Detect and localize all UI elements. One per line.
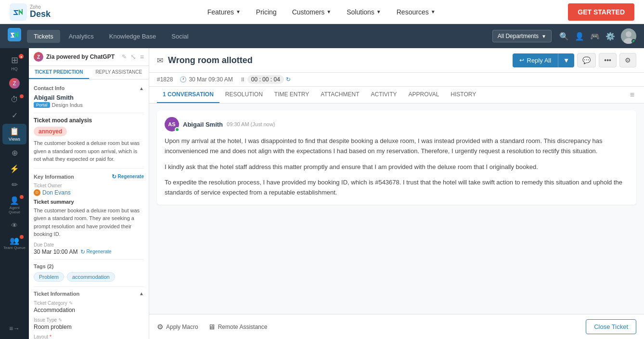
sidebar-item-check[interactable]: ✓ [2,108,26,123]
timer-refresh-icon[interactable]: ↻ [286,76,291,83]
sidebar-item-zia[interactable]: Z [2,75,26,91]
svg-point-3 [626,31,631,37]
due-date-label: Due Date [34,242,144,248]
ticket-info-chevron: ▲ [139,291,144,296]
sidebar-item-history[interactable]: ⏱ [2,92,26,107]
nav-item-solutions[interactable]: Solutions ▼ [340,4,388,20]
hq-icon: ⊞ [11,55,18,65]
zia-expand-icon[interactable]: ⤡ [130,53,136,61]
ticket-header: ✉ Wrong room allotted ↩ Reply All ▼ 💬 ••… [149,48,644,73]
message-body: Upon my arrival at the hotel, I was disa… [165,136,629,198]
ticket-summary-section: Ticket summary The customer booked a del… [34,199,144,238]
logo[interactable]: Zoho Desk [10,3,51,21]
email-icon: ✉ [157,56,163,65]
edit-issue-icon[interactable]: ✎ [58,317,62,323]
sidebar-item-team-queue[interactable]: 👥 Team Queue [2,233,26,253]
tab-conversation[interactable]: 1 CONVERSATION [157,87,219,103]
ticket-owner-value: D Don Evans [34,189,144,196]
regenerate-key-btn[interactable]: ↻ Regenerate [112,173,144,180]
history-icon: ⏱ [11,95,18,104]
ticket-info-header[interactable]: Ticket Information ▲ [34,291,144,297]
zia-tabs: TICKET PREDICTION REPLY ASSISTANCE [29,66,149,79]
main-layout: ⊞ HQ ● Z ⏱ ✓ 📋 Views ⊕ ⚡ ✏ 👤 Ag [0,48,644,339]
chat-action-button[interactable]: 💬 [577,53,596,67]
share-icon: ⊕ [12,148,18,157]
zia-tab-reply[interactable]: REPLY ASSISTANCE [89,66,149,79]
sidebar-item-share[interactable]: ⊕ [2,145,26,160]
tab-time-entry[interactable]: TIME ENTRY [269,87,315,103]
app-header: Tickets Analytics Knowledge Base Social … [0,24,644,48]
app-nav-social[interactable]: Social [165,30,195,43]
sidebar-item-magic[interactable]: ⚡ [2,161,26,176]
app-nav-analytics[interactable]: Analytics [62,30,101,43]
sidebar-item-hq[interactable]: ⊞ HQ ● [2,52,26,74]
hq-badge: ● [19,54,24,59]
tab-approval[interactable]: APPROVAL [403,87,445,103]
sidebar-item-views[interactable]: 📋 Views [2,124,26,144]
regenerate-due-btn[interactable]: ↻ Regenerate [80,248,111,255]
message-area: AS Abigail Smith 09:30 AM (Just now) Upo… [149,104,644,314]
sidebar-item-eye[interactable]: 👁 [2,219,26,232]
views-label: Views [9,137,20,142]
dept-selector[interactable]: All Departments ▼ [492,30,552,42]
zia-tab-prediction[interactable]: TICKET PREDICTION [29,66,89,79]
nav-item-pricing[interactable]: Pricing [249,4,283,20]
sidebar-item-pencil[interactable]: ✏ [2,177,26,192]
nav-item-features[interactable]: Features ▼ [201,4,247,20]
tabs-more-icon[interactable]: ≡ [628,89,636,101]
logo-sub: Desk [30,10,51,19]
mood-description: The customer booked a deluxe room but wa… [34,139,144,163]
tab-resolution[interactable]: RESOLUTION [219,87,269,103]
reply-dropdown-button[interactable]: ▼ [558,53,574,67]
issue-type-label: Issue Type ✎ [34,317,144,323]
message-time: 09:30 AM (Just now) [227,121,275,127]
tab-history[interactable]: HISTORY [445,87,482,103]
ticket-bottom-bar: ⚙ Apply Macro 🖥 Remote Assistance Close … [149,314,644,339]
contact-name: Abigail Smith [34,94,144,101]
agent-label: Agent Queue [3,206,26,215]
team-label: Team Queue [3,246,26,250]
ticket-owner-label: Ticket Owner [34,183,144,188]
app-nav-tickets[interactable]: Tickets [27,30,60,43]
nav-item-resources[interactable]: Resources ▼ [390,4,442,20]
calendar-icon: 🕐 [180,76,187,83]
search-icon[interactable]: 🔍 [559,32,569,41]
top-nav-items: Features ▼ Pricing Customers ▼ Solutions… [75,4,568,20]
tab-attachment[interactable]: ATTACHMENT [315,87,365,103]
message-card: AS Abigail Smith 09:30 AM (Just now) Upo… [157,110,636,205]
apply-macro-button[interactable]: ⚙ Apply Macro [157,323,198,331]
contacts-icon[interactable]: 👤 [575,32,584,41]
reply-all-button[interactable]: ↩ Reply All [513,53,558,67]
contact-info-header[interactable]: Contact Info ▲ [34,84,144,94]
user-avatar[interactable] [621,28,636,44]
team-icon: 👥 [10,236,19,245]
edit-category-icon[interactable]: ✎ [69,300,73,306]
header-icons: 🔍 👤 🎮 ⚙️ [559,28,636,44]
ticket-timer: 00 : 00 : 04 [247,75,284,84]
sidebar-item-agent-queue[interactable]: 👤 Agent Queue [2,193,26,218]
key-info-section: Key Information ↻ Regenerate Ticket Owne… [34,172,144,260]
sidebar-item-collapse[interactable]: ≡→ [2,322,26,335]
zia-menu-icon[interactable]: ≡ [140,53,144,61]
contact-org-tag: Portal [34,102,50,108]
layout-label: Layout * [34,334,144,339]
remote-assistance-button[interactable]: 🖥 Remote Assistance [208,323,268,331]
zia-edit-icon[interactable]: ✎ [122,53,127,60]
key-info-header: Key Information ↻ Regenerate [34,172,144,183]
remote-icon: 🖥 [208,323,215,331]
tab-activity[interactable]: ACTIVITY [365,87,402,103]
games-icon[interactable]: 🎮 [590,32,600,41]
more-actions-button[interactable]: ••• [599,53,617,67]
ticket-category-label: Ticket Category ✎ [34,300,144,306]
settings-icon[interactable]: ⚙️ [605,32,615,41]
tags-section: Tags (2) Problem accommodation [34,263,144,287]
app-nav-knowledge-base[interactable]: Knowledge Base [103,30,163,43]
settings-action-button[interactable]: ⚙ [619,53,636,67]
get-started-button[interactable]: GET STARTED [568,3,634,21]
zia-panel: Z Zia powered by ChatGPT ✎ ⤡ ≡ TICKET PR… [29,48,149,339]
nav-item-customers[interactable]: Customers ▼ [285,4,338,20]
mood-badge: annoyed [34,127,67,136]
close-ticket-button[interactable]: Close Ticket [586,319,636,334]
message-para-1: Upon my arrival at the hotel, I was disa… [165,136,629,156]
ticket-category-value: Accommodation [34,307,144,313]
